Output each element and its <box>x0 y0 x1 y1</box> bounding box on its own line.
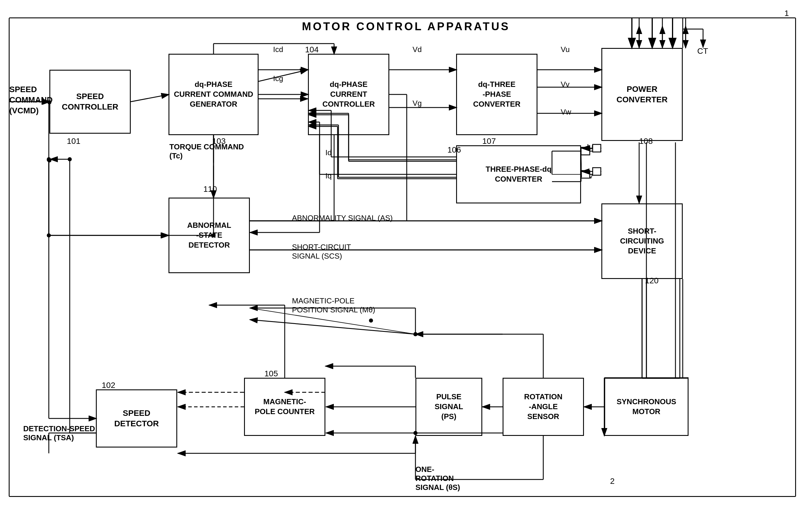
dq-three-phase-block: dq-THREE -PHASE CONVERTER <box>456 54 538 135</box>
ref-120: 120 <box>645 276 659 285</box>
rotation-angle-block: ROTATION -ANGLE SENSOR <box>502 378 584 436</box>
ref-1: 1 <box>784 9 789 18</box>
dq-current-cmd-block: dq-PHASE CURRENT COMMAND GENERATOR <box>169 54 259 135</box>
ref-2: 2 <box>610 477 615 486</box>
diagram-container: MOTOR CONTROL APPARATUS 1 2 SPEED CONTRO… <box>0 0 812 519</box>
ref-107: 107 <box>482 137 496 146</box>
iv-label: Iv <box>587 171 593 180</box>
vv-label: Vv <box>561 80 570 89</box>
torque-command-label: TORQUE COMMAND(Tc) <box>169 142 244 161</box>
id-label: Id <box>325 148 332 157</box>
magnetic-pole-block: MAGNETIC- POLE COUNTER <box>244 378 325 436</box>
dq-current-ctrl-block: dq-PHASE CURRENT CONTROLLER <box>308 54 389 135</box>
icg-label: Icg <box>273 74 283 83</box>
ref-105: 105 <box>264 369 278 378</box>
ref-101: 101 <box>67 137 81 146</box>
vd-label: Vd <box>412 45 422 54</box>
abnormality-signal-label: ABNORMALITY SIGNAL (AS) <box>292 213 393 223</box>
ct-label: CT <box>697 47 708 56</box>
dot-1 <box>47 100 51 104</box>
three-phase-dq-block: THREE-PHASE-dq CONVERTER <box>456 145 581 203</box>
ref-108: 108 <box>639 137 653 146</box>
vg-label: Vg <box>412 99 422 108</box>
icd-label: Icd <box>273 45 283 54</box>
speed-detector-block: SPEED DETECTOR <box>96 390 177 448</box>
vw-label: Vw <box>561 108 571 117</box>
iu-label: Iu <box>587 142 593 151</box>
title-label: MOTOR CONTROL APPARATUS <box>302 20 510 33</box>
speed-controller-block: SPEED CONTROLLER <box>49 70 131 134</box>
dot-2 <box>47 158 51 163</box>
abnormal-state-block: ABNORMAL -STATE DETECTOR <box>169 198 250 273</box>
power-converter-block: POWER CONVERTER <box>601 48 683 141</box>
ref-110: 110 <box>203 184 217 194</box>
pulse-signal-block: PULSE SIGNAL (PS) <box>415 378 482 436</box>
short-circuit-signal-label: SHORT-CIRCUITSIGNAL (SCS) <box>292 243 351 261</box>
one-rotation-label: ONE-ROTATIONSIGNAL (θS) <box>415 465 460 492</box>
vu-label: Vu <box>561 45 570 54</box>
dot-3 <box>369 318 373 322</box>
short-circuiting-block: SHORT- CIRCUITING DEVICE <box>601 203 683 279</box>
detection-speed-label: DETECTION-SPEEDSIGNAL (TSA) <box>23 424 95 442</box>
ref-106: 106 <box>447 145 461 154</box>
synchronous-motor-block: SYNCHRONOUS MOTOR <box>604 378 689 436</box>
speed-command-label: SPEEDCOMMAND(VCMD) <box>9 84 53 116</box>
mag-pole-signal-label: MAGNETIC-POLEPOSITION SIGNAL (Mθ) <box>292 296 375 314</box>
ref-104: 104 <box>305 45 319 54</box>
ref-102: 102 <box>102 381 115 390</box>
iq-label: Iq <box>325 171 332 180</box>
